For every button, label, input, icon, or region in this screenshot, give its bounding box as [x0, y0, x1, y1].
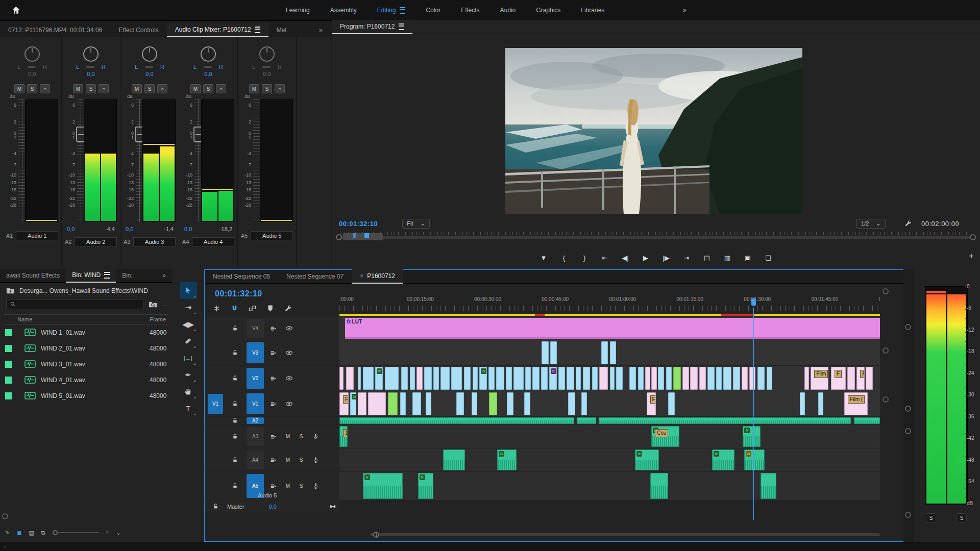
timeline-clip[interactable] [524, 392, 530, 415]
timeline-clip[interactable] [550, 341, 557, 364]
timeline-clip[interactable] [507, 392, 513, 415]
timeline-clip[interactable] [599, 417, 850, 424]
timeline-tab[interactable]: Nested Sequence 07 [278, 270, 352, 283]
timeline-clip[interactable] [416, 367, 423, 390]
pan-slider[interactable] [204, 66, 212, 68]
sync-lock-icon[interactable] [268, 400, 279, 408]
track-header-V4[interactable]: V4 [205, 317, 339, 340]
timeline-clip[interactable] [847, 367, 855, 390]
toggle-track-output-eye-icon[interactable] [283, 400, 295, 408]
panel-overflow-button[interactable]: » [311, 23, 331, 37]
timeline-tab[interactable]: Nested Sequence 05 [205, 270, 278, 283]
mute-button[interactable]: M [249, 84, 259, 93]
timeline-clip[interactable] [440, 367, 450, 390]
timeline-clip[interactable] [567, 367, 574, 390]
timeline-clip[interactable]: F [647, 392, 656, 415]
timeline-clip[interactable]: fx [350, 392, 356, 415]
track-lock-icon[interactable] [227, 457, 242, 463]
timeline-clip[interactable] [489, 392, 497, 415]
timeline-clip[interactable]: fx [743, 426, 761, 447]
timeline-clip[interactable] [401, 367, 408, 390]
timeline-clip[interactable] [668, 392, 675, 415]
timeline-settings-button[interactable] [284, 305, 292, 312]
master-track-header[interactable]: Master0,0▶◀ [205, 500, 339, 512]
add-marker-button[interactable]: ▼ [540, 254, 548, 262]
fader-track[interactable] [77, 99, 84, 222]
workspace-tab-graphics[interactable]: Graphics [536, 7, 560, 14]
scrub-left-handle[interactable] [336, 234, 342, 240]
home-button[interactable] [8, 3, 23, 18]
mute-button[interactable]: M [132, 84, 142, 93]
panel-menu-icon[interactable] [104, 272, 110, 279]
mixer-tab[interactable]: Effect Controls [110, 23, 166, 37]
timeline-clip[interactable] [541, 367, 548, 390]
solo-button[interactable]: S [203, 84, 213, 93]
timeline-clip[interactable] [346, 367, 354, 390]
timeline-clip[interactable] [742, 367, 748, 390]
track-lock-icon[interactable] [227, 483, 242, 489]
timeline-clip[interactable] [733, 367, 740, 390]
mute-button[interactable]: M [190, 84, 201, 93]
vertical-scrollbar[interactable] [903, 269, 913, 542]
pan-knob[interactable] [24, 46, 40, 62]
mixer-tab[interactable]: Audio Clip Mixer: P1600712 [167, 23, 268, 37]
timeline-clip[interactable] [506, 367, 512, 390]
toggle-track-output-eye-icon[interactable] [283, 349, 295, 357]
program-monitor-tab[interactable]: Program: P1600712 [332, 20, 412, 34]
export-frame-button[interactable]: ▣ [744, 254, 752, 262]
track-header-V2[interactable]: V2 [205, 366, 339, 391]
razor-tool[interactable] [180, 333, 197, 349]
monitor-settings-wrench-icon[interactable] [904, 220, 912, 227]
fader-track[interactable] [194, 99, 201, 222]
timeline-clip[interactable] [472, 392, 477, 415]
list-item[interactable]: WIND 4_01.wav48000 [0, 372, 172, 388]
workspace-tab-assembly[interactable]: Assembly [330, 7, 357, 14]
workspace-tab-libraries[interactable]: Libraries [581, 7, 604, 14]
timeline-scroll-circle[interactable] [883, 288, 889, 294]
writable-indicator[interactable]: ✎ [5, 530, 10, 536]
step-back-button[interactable]: ◀| [621, 254, 629, 262]
timeline-scroll-circle[interactable] [883, 396, 889, 403]
track-lock-icon[interactable] [227, 375, 242, 382]
timeline-clip[interactable] [800, 392, 805, 415]
vscroll-knob[interactable] [905, 428, 911, 434]
label-color-chip[interactable] [5, 329, 12, 336]
playhead[interactable] [753, 308, 754, 520]
solo-track-button[interactable]: S [297, 482, 306, 490]
solo-button[interactable]: S [144, 84, 155, 93]
timeline-clip[interactable] [576, 367, 581, 390]
track-target-V1[interactable]: V1 [247, 393, 264, 414]
project-list-header[interactable]: Name Frame [4, 314, 168, 324]
timeline-clip[interactable] [866, 367, 873, 390]
timeline-clip[interactable] [496, 367, 504, 390]
timeline-clip[interactable] [412, 392, 421, 415]
close-icon[interactable]: × [360, 272, 363, 280]
pan-knob[interactable] [201, 46, 216, 62]
timeline-ruler[interactable]: :00:0000:00:15:0000:00:30:0000:00:45:000… [339, 285, 880, 317]
timeline-clip[interactable] [610, 367, 615, 390]
track-name[interactable]: Audio 5 [251, 231, 293, 240]
fader-track[interactable] [136, 99, 142, 222]
timeline-clip[interactable]: fx [712, 449, 734, 470]
project-tab[interactable]: Bin: [116, 269, 139, 282]
chevron-down-icon[interactable]: ⌄ [116, 530, 120, 536]
label-color-chip[interactable] [5, 377, 12, 384]
freeform-view-button[interactable]: ⧉ [41, 530, 45, 536]
master-volume-value[interactable]: 0,0 [269, 504, 277, 510]
workspace-tab-editing[interactable]: Editing [377, 7, 406, 14]
timeline-clip[interactable] [443, 449, 464, 470]
timeline-clip[interactable] [525, 367, 531, 390]
lift-button[interactable]: ▤ [703, 254, 711, 262]
timeline-clip[interactable] [464, 367, 471, 390]
bin-path-row[interactable]: Desurga... Owens_Hawaii Sound Effects\WI… [0, 283, 172, 295]
solo-track-button[interactable]: S [297, 433, 306, 440]
write-keyframes-button[interactable]: ○ [157, 84, 167, 93]
pan-knob[interactable] [142, 46, 157, 62]
write-keyframes-button[interactable]: ○ [275, 84, 285, 93]
vscroll-knob[interactable] [905, 512, 911, 518]
pan-slider[interactable] [262, 66, 271, 68]
timeline-clip[interactable] [568, 392, 575, 415]
timeline-clip[interactable] [616, 367, 623, 390]
track-select-forward-tool[interactable]: ⇥ [180, 299, 197, 316]
timeline-clip[interactable] [433, 367, 439, 390]
